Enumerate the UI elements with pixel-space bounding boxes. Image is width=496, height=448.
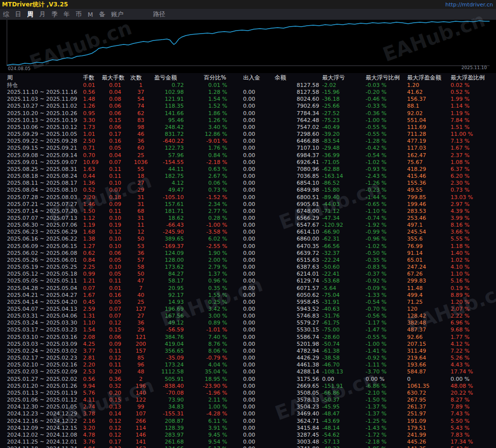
table-cell: 1.27: [82, 243, 102, 250]
table-row[interactable]: 持仓0.010.0110.720.01 %8127.58-2.02-0.03 %…: [0, 82, 489, 89]
table-row[interactable]: 2025.08.25 ~ 2025.08.311.630.115544.110.…: [0, 166, 489, 173]
table-row[interactable]: 2025.06.30 ~ 2025.07.061.190.1911-66.43-…: [0, 222, 489, 229]
table-cell: 102.98: [153, 89, 187, 96]
table-row[interactable]: 2025.04.28 ~ 2025.05.040.070.01720.950.3…: [0, 285, 489, 292]
table-row[interactable]: 2024.12.23 ~ 2024.12.293.780.14107-155.3…: [0, 410, 489, 417]
table-cell: 4.25: [82, 341, 102, 348]
table-cell: 0.19: [102, 222, 128, 229]
table-row[interactable]: 2025.03.10 ~ 2025.03.162.080.06121384.76…: [0, 334, 489, 341]
table-cell: 0.00: [230, 326, 262, 333]
table-cell: -0.70 %: [365, 306, 406, 313]
menu-tab-2[interactable]: 周: [24, 10, 37, 19]
menu-tab-4[interactable]: 季: [48, 10, 61, 19]
table-row[interactable]: 2025.02.17 ~ 2025.02.232.810.1285-35.09-…: [0, 355, 489, 362]
menu-tab-7[interactable]: M: [85, 11, 96, 18]
menu-tab-9[interactable]: 账户: [108, 10, 126, 19]
table-row[interactable]: 2025.03.31 ~ 2025.04.061.310.0727167.563…: [0, 313, 489, 320]
website-link[interactable]: http://mtdriver.cn: [445, 1, 496, 8]
table-row[interactable]: 2025.10.20 ~ 2025.10.260.950.0662141.661…: [0, 110, 489, 117]
table-cell: 0.14: [102, 410, 128, 417]
table-row[interactable]: 2025.07.28 ~ 2025.08.032.200.1831-105.10…: [0, 194, 489, 201]
table-cell: -71.05: [320, 159, 365, 166]
table-row[interactable]: 2025.05.26 ~ 2025.06.010.840.0557128.002…: [0, 257, 489, 264]
table-row[interactable]: 2025.01.06 ~ 2025.01.124.110.1512273.902…: [0, 397, 489, 404]
table-row[interactable]: 2025.03.24 ~ 2025.03.301.100.123649.120.…: [0, 320, 489, 326]
table-cell: -245.90: [153, 229, 187, 236]
table-row[interactable]: 2025.02.10 ~ 2025.02.162.200.1196173.244…: [0, 362, 489, 368]
table-cell: 2.53: [82, 368, 102, 375]
table-cell: -2.02: [320, 82, 365, 89]
table-cell: -1.50 %: [365, 397, 406, 404]
table-cell: 6470.35: [262, 243, 320, 250]
table-row[interactable]: 2024.11.25 ~ 2024.12.013.760.17141261.68…: [0, 439, 489, 446]
table-cell: -1.11 %: [365, 362, 406, 368]
table-row[interactable]: 2025.08.11 ~ 2025.08.171.360.10274.120.0…: [0, 180, 489, 187]
table-row[interactable]: 2025.02.24 ~ 2025.03.023.770.11157356.65…: [0, 348, 489, 355]
table-row[interactable]: 2024.12.09 ~ 2024.12.153.200.12114128.39…: [0, 425, 489, 432]
table-cell: 1.63: [82, 166, 102, 173]
table-cell: 2025.03.03 ~ 2025.03.09: [7, 341, 82, 348]
table-cell: 0.00: [230, 383, 262, 390]
table-cell: 8024.60: [262, 96, 320, 103]
table-row[interactable]: 2025.09.01 ~ 2025.09.0710.690.071036-154…: [0, 159, 489, 166]
table-row[interactable]: 2025.05.05 ~ 2025.05.111.210.114758.170.…: [0, 278, 489, 285]
table-row[interactable]: 2025.07.21 ~ 2025.07.271.460.0931157.612…: [0, 201, 489, 208]
table-cell: -2.10 %: [365, 390, 406, 397]
menu-tab-path[interactable]: 路径: [150, 10, 168, 19]
menu-tab-5[interactable]: 年: [61, 10, 73, 19]
table-row[interactable]: 2025.06.23 ~ 2025.06.291.680.1212-245.90…: [0, 229, 489, 236]
table-cell: 54: [128, 96, 153, 103]
table-cell: 551.04: [406, 117, 450, 124]
table-row[interactable]: 2025.03.03 ~ 2025.03.094.250.09200419.04…: [0, 341, 489, 348]
column-header-5: 百分比%: [187, 73, 230, 82]
table-row[interactable]: 2025.10.13 ~ 2025.10.193.300.158395.461.…: [0, 117, 489, 124]
menu-tab-8[interactable]: 备: [96, 10, 108, 19]
menu-tab-0[interactable]: 综: [0, 10, 12, 19]
table-cell: 44.11: [153, 166, 187, 173]
table-cell: -0.42 %: [365, 145, 406, 152]
table-row[interactable]: 2024.12.02 ~ 2024.12.084.780.12146283.97…: [0, 432, 489, 439]
menu-tab-6[interactable]: 币: [73, 10, 85, 19]
table-row[interactable]: 2025.07.07 ~ 2025.07.131.120.103118.620.…: [0, 215, 489, 222]
table-cell: 0.07: [82, 285, 102, 292]
table-cell: -31.91: [320, 299, 365, 306]
table-row[interactable]: 2025.09.15 ~ 2025.09.210.710.0560122.731…: [0, 145, 489, 152]
table-row[interactable]: 2024.12.16 ~ 2024.12.222.160.12266208.87…: [0, 418, 489, 425]
table-row[interactable]: 2025.09.08 ~ 2025.09.140.700.042557.960.…: [0, 152, 489, 159]
table-cell: 0.00: [230, 236, 262, 243]
table-row[interactable]: 2025.01.20 ~ 2025.01.269.940.32196-838.4…: [0, 383, 489, 390]
table-row[interactable]: 2025.10.27 ~ 2025.11.021.260.0674118.351…: [0, 103, 489, 110]
table-row[interactable]: 2025.09.22 ~ 2025.09.282.500.1636-640.22…: [0, 138, 489, 145]
table-row[interactable]: 2025.08.04 ~ 2025.08.100.520.072949.470.…: [0, 187, 489, 194]
table-row[interactable]: 2024.11.18 ~ 2024.11.244.840.13163134.66…: [0, 446, 489, 448]
table-cell: 1.18 %: [450, 243, 496, 250]
table-row[interactable]: 2025.04.14 ~ 2025.04.200.450.052514.930.…: [0, 299, 489, 306]
table-row[interactable]: 2024.12.30 ~ 2025.01.052.740.139934.831.…: [0, 404, 489, 410]
menu-tab-1[interactable]: 日: [12, 10, 25, 19]
table-cell: 0.00: [230, 368, 262, 375]
table-cell: -0.83 %: [365, 264, 406, 271]
table-cell: -56.59: [153, 326, 187, 333]
table-row[interactable]: 2025.11.03 ~ 2025.11.091.480.0854121.911…: [0, 96, 489, 103]
table-row[interactable]: 2025.11.10 ~ 2025.11.160.560.0437102.981…: [0, 89, 489, 96]
table-row[interactable]: 2025.06.02 ~ 2025.06.080.620.0636124.091…: [0, 250, 489, 257]
table-row[interactable]: 2025.06.09 ~ 2025.06.151.270.1053-169.37…: [0, 243, 489, 250]
table-cell: 487.37: [406, 326, 450, 333]
table-cell: -36.99: [320, 152, 365, 159]
table-row[interactable]: 2025.10.06 ~ 2025.10.121.730.0698248.423…: [0, 124, 489, 131]
table-row[interactable]: 2025.04.21 ~ 2025.04.271.670.164092.171.…: [0, 292, 489, 299]
table-row[interactable]: 2025.04.07 ~ 2025.04.132.590.07127196.69…: [0, 306, 489, 313]
table-row[interactable]: 2025.09.29 ~ 2025.10.051.010.1746831.721…: [0, 131, 489, 138]
table-row[interactable]: 2025.01.27 ~ 2025.02.020.560.362505.9118…: [0, 376, 489, 383]
table-row[interactable]: 2025.05.19 ~ 2025.05.252.250.1058173.622…: [0, 264, 489, 271]
table-cell: 4.10 %: [450, 264, 496, 271]
menu-tab-3[interactable]: 月: [37, 10, 49, 19]
table-cell: 163: [128, 446, 153, 448]
table-row[interactable]: 2025.06.16 ~ 2025.06.221.380.1050389.656…: [0, 236, 489, 243]
table-row[interactable]: 2025.05.12 ~ 2025.05.180.990.055084.271.…: [0, 271, 489, 278]
table-row[interactable]: 2025.02.03 ~ 2025.02.092.530.20481112.58…: [0, 368, 489, 375]
table-row[interactable]: 2025.03.17 ~ 2025.03.231.540.1529-56.59-…: [0, 326, 489, 333]
table-row[interactable]: 2025.08.18 ~ 2025.08.240.440.1118182.752…: [0, 173, 489, 180]
table-row[interactable]: 2025.07.14 ~ 2025.07.201.500.1168181.712…: [0, 208, 489, 215]
table-row[interactable]: 2025.01.13 ~ 2025.01.195.760.20140-70.08…: [0, 390, 489, 397]
